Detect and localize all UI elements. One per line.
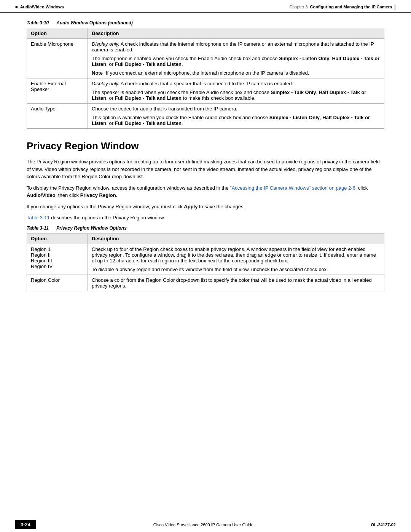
note-content: If you connect an external microphone, t… (106, 70, 309, 76)
para2-link[interactable]: "Accessing the IP Camera Windows" sectio… (230, 185, 355, 191)
para4-suffix: describes the options in the Privacy Reg… (50, 215, 165, 220)
desc-block: Display only. A check indicates that the… (92, 41, 380, 53)
para3-prefix: If you change any options in the Privacy… (27, 204, 184, 209)
privacy-region-section-title: Privacy Region Window (27, 140, 384, 152)
section-para3: If you change any options in the Privacy… (27, 203, 384, 211)
section-para1: The Privacy Region window provides optio… (27, 158, 384, 181)
desc-cell: Choose a color from the Region Color dro… (88, 275, 384, 291)
para2-prefix: To display the Privacy Region window, ac… (27, 185, 230, 191)
header-chapter: Chapter 3 (289, 5, 307, 9)
desc-block: Choose the codec for audio that is trans… (92, 106, 380, 112)
desc-cell: Choose the codec for audio that is trans… (88, 104, 384, 129)
table-row: Region 1Region IIRegion IIIRegion IV Che… (27, 244, 384, 275)
option-cell: Enable Microphone (27, 39, 88, 78)
table-row: Enable Microphone Display only. A check … (27, 39, 384, 78)
option-cell: Audio Type (27, 104, 88, 129)
main-content: Table 3-10 Audio Window Options (continu… (0, 13, 411, 326)
section-para4: Table 3-11 describes the options in the … (27, 214, 384, 222)
footer-doc-title: Cisco Video Surveillance 2600 IP Camera … (36, 522, 371, 527)
table11-col2-header: Description (88, 233, 384, 244)
table10: Option Description Enable Microphone Dis… (27, 28, 384, 129)
desc-block: Choose a color from the Region Color dro… (92, 277, 380, 289)
desc-block: The microphone is enabled when you check… (92, 56, 380, 67)
option-cell: Region Color (27, 275, 88, 291)
table-row: Audio Type Choose the codec for audio th… (27, 104, 384, 129)
desc-cell: Display only. A check indicates that the… (88, 39, 384, 78)
table11-col1-header: Option (27, 233, 88, 244)
footer-doc-num: OL-24127-02 (371, 522, 396, 527)
note-block: Note If you connect an external micropho… (92, 70, 380, 76)
table-row: Region Color Choose a color from the Reg… (27, 275, 384, 291)
header-bar: | (394, 4, 396, 10)
table10-caption: Table 3-10 Audio Window Options (continu… (27, 20, 384, 26)
note-label: Note (92, 70, 103, 76)
desc-cell: Display only. A check indicates that a s… (88, 78, 384, 104)
header-title-area: Chapter 3 Configuring and Managing the I… (289, 4, 396, 10)
option-cell: Region 1Region IIRegion IIIRegion IV (27, 244, 88, 275)
para3-suffix: to save the changes. (198, 204, 245, 209)
table11-header-row: Option Description (27, 233, 384, 244)
desc-block: Check up to four of the Region check box… (92, 246, 380, 264)
page-header: ■Audio/Video Windows Chapter 3 Configuri… (0, 0, 411, 13)
table10-header-row: Option Description (27, 28, 384, 39)
page-number: 3-24 (15, 520, 36, 529)
desc-block: To disable a privacy region and remove i… (92, 267, 380, 272)
table-row: Enable ExternalSpeaker Display only. A c… (27, 78, 384, 104)
header-section-label: ■Audio/Video Windows (15, 5, 64, 9)
para4-link[interactable]: Table 3-11 (27, 215, 50, 220)
desc-block: This option is available when you check … (92, 115, 380, 126)
table11-caption: Table 3-11 Privacy Region Window Options (27, 225, 384, 231)
table10-col2-header: Description (88, 28, 384, 39)
desc-cell: Check up to four of the Region check box… (88, 244, 384, 275)
table11: Option Description Region 1Region IIRegi… (27, 233, 384, 291)
table10-col1-header: Option (27, 28, 88, 39)
desc-block: Display only. A check indicates that a s… (92, 81, 380, 86)
header-title: Configuring and Managing the IP Camera (310, 5, 392, 9)
section-para2: To display the Privacy Region window, ac… (27, 184, 384, 199)
option-cell: Enable ExternalSpeaker (27, 78, 88, 104)
page-footer: 3-24 Cisco Video Surveillance 2600 IP Ca… (0, 517, 411, 532)
para3-bold: Apply (184, 204, 198, 209)
desc-block: The speaker is enabled when you check th… (92, 89, 380, 101)
